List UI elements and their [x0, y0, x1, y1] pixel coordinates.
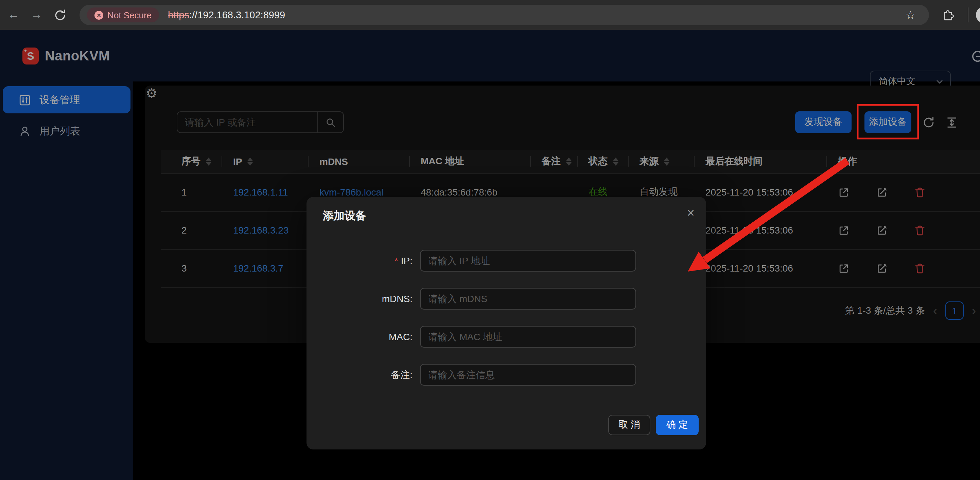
not-secure-badge[interactable]: × Not Secure	[87, 8, 159, 22]
add-device-modal: 添加设备 × *IP:mDNS:MAC:备注: 取 消 确 定	[307, 197, 706, 450]
browser-reload-icon[interactable]	[50, 0, 69, 30]
browser-forward-icon[interactable]: →	[27, 0, 46, 30]
screen: ← → × Not Secure https://192.168.3.102:8…	[0, 0, 980, 480]
form-row: *IP:	[307, 250, 706, 272]
not-secure-label: Not Secure	[107, 10, 151, 20]
field-input[interactable]	[420, 326, 636, 348]
field-label: mDNS:	[307, 288, 412, 310]
bookmark-star-icon[interactable]: ☆	[905, 0, 916, 30]
close-icon[interactable]: ×	[687, 205, 695, 221]
toolbar-divider	[968, 8, 969, 22]
modal-title: 添加设备	[323, 209, 366, 223]
field-label: *IP:	[307, 250, 412, 272]
extensions-icon[interactable]	[942, 0, 955, 30]
form-row: mDNS:	[307, 288, 706, 310]
url-scheme: https	[168, 10, 189, 21]
field-input[interactable]	[420, 288, 636, 310]
field-label: 备注:	[307, 364, 412, 386]
cancel-button[interactable]: 取 消	[608, 415, 651, 435]
field-input[interactable]	[420, 250, 636, 272]
address-bar[interactable]: × Not Secure https://192.168.3.102:8999	[80, 5, 929, 25]
ok-button[interactable]: 确 定	[656, 415, 698, 435]
url-text: ://192.168.3.102:8999	[189, 10, 285, 21]
required-asterisk: *	[395, 255, 398, 266]
profile-avatar[interactable]	[976, 7, 980, 23]
not-secure-icon: ×	[94, 11, 103, 19]
form-row: 备注:	[307, 364, 706, 386]
form-row: MAC:	[307, 326, 706, 348]
field-input[interactable]	[420, 364, 636, 386]
field-label: MAC:	[307, 326, 412, 348]
browser-back-icon[interactable]: ←	[4, 0, 23, 30]
browser-toolbar: ← → × Not Secure https://192.168.3.102:8…	[0, 0, 980, 30]
